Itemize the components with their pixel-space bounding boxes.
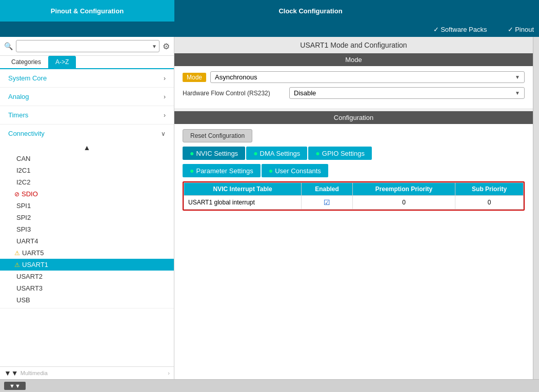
nav-group-header-connectivity[interactable]: Connectivity ∨ bbox=[0, 125, 174, 142]
nvic-table: NVIC Interrupt Table Enabled Preemption … bbox=[184, 182, 524, 210]
settings-icon[interactable]: ⚙ bbox=[163, 42, 170, 51]
usart1-warning-icon: ⚠ bbox=[14, 261, 20, 269]
search-input-wrap[interactable]: ▼ bbox=[16, 40, 159, 52]
mode-select[interactable]: Asynchronous ▼ bbox=[210, 71, 525, 83]
clock-config-label: Clock Configuration bbox=[278, 7, 342, 15]
nvic-table-wrap: NVIC Interrupt Table Enabled Preemption … bbox=[183, 181, 525, 211]
gpio-tab-label: GPIO Settings bbox=[322, 150, 365, 157]
nvic-col-interrupt: NVIC Interrupt Table bbox=[184, 183, 302, 196]
sidebar-item-uart4[interactable]: UART4 bbox=[0, 235, 174, 247]
table-row: USART1 global interrupt ☑ 0 0 bbox=[184, 196, 524, 210]
tab-az[interactable]: A->Z bbox=[48, 56, 76, 68]
search-dropdown-icon[interactable]: ▼ bbox=[152, 44, 157, 49]
mode-select-value: Asynchronous bbox=[215, 73, 515, 81]
sidebar-nav: System Core › Analog › Timers › bbox=[0, 69, 174, 366]
analog-label: Analog bbox=[8, 93, 29, 100]
connectivity-items: CAN I2C1 I2C2 ⊘ SDIO bbox=[0, 153, 174, 308]
param-check-icon: ● bbox=[190, 167, 194, 175]
tab-nvic-settings[interactable]: ● NVIC Settings bbox=[183, 147, 245, 160]
system-core-label: System Core bbox=[8, 74, 47, 82]
main-layout: 🔍 ▼ ⚙ Categories A->Z System Core › bbox=[0, 37, 539, 379]
pinout-config-tab[interactable]: Pinout & Configuration bbox=[0, 0, 174, 22]
software-packs-link[interactable]: ✓ Software Packs bbox=[433, 26, 487, 33]
sdio-label: SDIO bbox=[22, 190, 38, 198]
nvic-row-sub-priority[interactable]: 0 bbox=[455, 196, 524, 210]
top-header: Pinout & Configuration Clock Configurati… bbox=[0, 0, 539, 22]
dma-tab-label: DMA Settings bbox=[260, 150, 301, 157]
tab-gpio-settings[interactable]: ● GPIO Settings bbox=[308, 147, 372, 160]
scroll-down-button[interactable]: ▼▼ bbox=[4, 369, 18, 377]
sidebar-item-can[interactable]: CAN bbox=[0, 153, 174, 164]
tab-parameter-settings[interactable]: ● Parameter Settings bbox=[183, 164, 261, 177]
spi1-label: SPI1 bbox=[16, 202, 31, 210]
tab-user-constants[interactable]: ● User Constants bbox=[262, 164, 328, 177]
tab-categories[interactable]: Categories bbox=[4, 56, 48, 68]
clock-config-tab[interactable]: Clock Configuration bbox=[174, 0, 447, 22]
content-scroll-wrap: USART1 Mode and Configuration Mode Mode … bbox=[174, 37, 539, 379]
spi3-label: SPI3 bbox=[16, 225, 31, 233]
nvic-col-sub-priority: Sub Priority bbox=[455, 183, 524, 196]
connectivity-label: Connectivity bbox=[8, 130, 45, 137]
hardware-flow-value: Disable bbox=[294, 89, 515, 97]
content-area: USART1 Mode and Configuration Mode Mode … bbox=[174, 37, 533, 379]
nvic-col-enabled: Enabled bbox=[302, 183, 352, 196]
spi2-label: SPI2 bbox=[16, 214, 31, 221]
nav-group-header-analog[interactable]: Analog › bbox=[0, 88, 174, 106]
tab-dma-settings[interactable]: ● DMA Settings bbox=[246, 147, 307, 160]
i2c2-label: I2C2 bbox=[16, 178, 30, 186]
mode-row: Mode Asynchronous ▼ bbox=[183, 71, 525, 83]
mode-section-header: Mode bbox=[174, 53, 533, 66]
nvic-row-enabled[interactable]: ☑ bbox=[302, 196, 352, 210]
can-label: CAN bbox=[16, 155, 30, 162]
sidebar-item-sdio[interactable]: ⊘ SDIO bbox=[0, 188, 174, 200]
dma-check-icon: ● bbox=[253, 149, 257, 157]
pinout-link[interactable]: ✓ Pinout bbox=[508, 26, 534, 33]
bottom-nav-button[interactable]: ▼▼ bbox=[4, 382, 26, 390]
sidebar-item-uart5[interactable]: ⚠ UART5 bbox=[0, 247, 174, 259]
mode-section: Mode Mode Asynchronous ▼ Hardware Flow C… bbox=[174, 53, 533, 108]
hardware-flow-label: Hardware Flow Control (RS232) bbox=[183, 90, 285, 97]
hardware-flow-arrow-icon: ▼ bbox=[515, 90, 520, 96]
enabled-checkbox[interactable]: ☑ bbox=[324, 198, 330, 207]
scroll-up-area: ▲ bbox=[0, 142, 174, 153]
nvic-row-name: USART1 global interrupt bbox=[184, 196, 302, 210]
sidebar-item-usart2[interactable]: USART2 bbox=[0, 271, 174, 282]
sidebar-item-i2c1[interactable]: I2C1 bbox=[0, 164, 174, 176]
nav-group-header-system-core[interactable]: System Core › bbox=[0, 69, 174, 87]
i2c1-label: I2C1 bbox=[16, 167, 30, 174]
sidebar-item-spi3[interactable]: SPI3 bbox=[0, 223, 174, 235]
sub-header: ✓ Software Packs ✓ Pinout bbox=[0, 22, 539, 37]
mode-label-badge: Mode bbox=[183, 73, 206, 82]
scroll-up-button[interactable]: ▲ bbox=[84, 143, 91, 152]
search-input[interactable] bbox=[18, 43, 152, 50]
sidebar-tabs-bar: Categories A->Z bbox=[0, 56, 174, 69]
mode-body: Mode Asynchronous ▼ Hardware Flow Contro… bbox=[174, 66, 533, 108]
sidebar-item-spi2[interactable]: SPI2 bbox=[0, 212, 174, 223]
reset-config-button[interactable]: Reset Configuration bbox=[183, 129, 252, 142]
nvic-row-preemption[interactable]: 0 bbox=[352, 196, 455, 210]
scrollbar[interactable] bbox=[533, 37, 539, 379]
sidebar-item-i2c2[interactable]: I2C2 bbox=[0, 176, 174, 188]
timers-label: Timers bbox=[8, 111, 28, 119]
sidebar-item-usb[interactable]: USB bbox=[0, 294, 174, 306]
connectivity-arrow: ∨ bbox=[161, 130, 166, 137]
param-tab-label: Parameter Settings bbox=[196, 167, 253, 175]
analog-arrow: › bbox=[164, 93, 166, 100]
sidebar-item-spi1[interactable]: SPI1 bbox=[0, 200, 174, 212]
usart1-label: USART1 bbox=[22, 261, 48, 269]
sidebar-item-usart3[interactable]: USART3 bbox=[0, 282, 174, 294]
nvic-table-header-row: NVIC Interrupt Table Enabled Preemption … bbox=[184, 183, 524, 196]
uart4-label: UART4 bbox=[16, 237, 38, 245]
timers-arrow: › bbox=[164, 112, 166, 119]
mode-select-arrow-icon: ▼ bbox=[515, 74, 520, 80]
nav-group-header-timers[interactable]: Timers › bbox=[0, 106, 174, 124]
sidebar-item-usart1[interactable]: ⚠ USART1 bbox=[0, 259, 174, 271]
uart5-label: UART5 bbox=[22, 249, 44, 257]
nav-group-timers: Timers › bbox=[0, 106, 174, 125]
nvic-check-icon: ● bbox=[190, 149, 194, 157]
nav-group-analog: Analog › bbox=[0, 88, 174, 106]
sidebar-bottom-arrow: › bbox=[168, 370, 170, 376]
sub-header-right: ✓ Software Packs ✓ Pinout bbox=[174, 26, 539, 33]
usart2-label: USART2 bbox=[16, 273, 43, 280]
hardware-flow-select[interactable]: Disable ▼ bbox=[289, 87, 525, 99]
